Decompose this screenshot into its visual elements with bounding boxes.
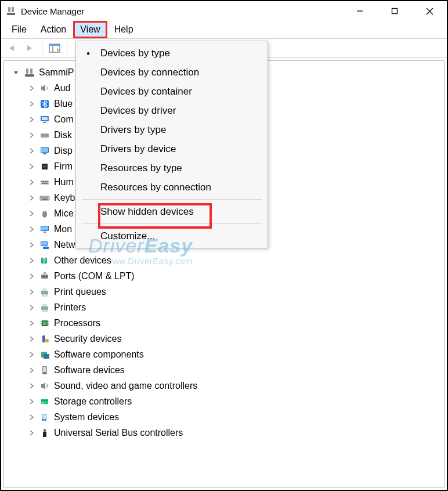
menu-customize[interactable]: Customize... xyxy=(76,226,268,246)
menu-separator xyxy=(82,223,262,224)
chevron-right-icon[interactable] xyxy=(27,258,35,263)
chevron-right-icon[interactable] xyxy=(27,305,35,311)
tree-node-label: Netw xyxy=(54,240,75,250)
tree-node[interactable]: ?Other devices xyxy=(6,252,442,268)
tree-node[interactable]: Sound, video and game controllers xyxy=(6,378,442,393)
tree-node-label: Ports (COM & LPT) xyxy=(54,271,135,281)
menu-item[interactable]: Drivers by type xyxy=(76,120,268,139)
svg-rect-12 xyxy=(30,68,32,74)
svg-rect-57 xyxy=(42,304,47,306)
tree-node-label: Disk xyxy=(54,130,72,140)
device-category-icon xyxy=(39,364,50,376)
device-category-icon xyxy=(39,114,50,125)
chevron-right-icon[interactable] xyxy=(27,117,35,122)
svg-rect-73 xyxy=(43,367,46,372)
chevron-down-icon[interactable] xyxy=(12,70,20,75)
tree-node[interactable]: Security devices xyxy=(6,331,442,346)
menu-show-hidden-devices[interactable]: Show hidden devices xyxy=(76,202,268,221)
chevron-right-icon[interactable] xyxy=(27,179,35,185)
show-hide-tree-button[interactable] xyxy=(47,41,62,56)
close-button[interactable] xyxy=(412,1,447,21)
svg-rect-11 xyxy=(26,68,28,74)
chevron-right-icon[interactable] xyxy=(27,383,35,389)
tree-node-label: Aud xyxy=(54,83,70,93)
menu-file[interactable]: File xyxy=(5,21,34,38)
tree-node[interactable]: Software components xyxy=(6,346,442,362)
tree-node-label: Processors xyxy=(54,318,100,328)
chevron-right-icon[interactable] xyxy=(27,273,35,279)
chevron-right-icon[interactable] xyxy=(27,399,35,405)
menu-item[interactable]: Drivers by device xyxy=(76,139,268,158)
tree-node[interactable]: Printers xyxy=(6,299,442,315)
svg-rect-44 xyxy=(41,242,47,246)
menu-help[interactable]: Help xyxy=(107,21,140,38)
chevron-right-icon[interactable] xyxy=(27,352,35,358)
chevron-right-icon[interactable] xyxy=(27,242,35,248)
device-category-icon xyxy=(39,270,50,282)
chevron-right-icon[interactable] xyxy=(27,132,35,138)
tree-node-label: Sound, video and game controllers xyxy=(54,381,197,391)
svg-rect-60 xyxy=(43,322,46,325)
svg-rect-41 xyxy=(41,226,48,230)
tree-node[interactable]: Ports (COM & LPT) xyxy=(6,268,442,284)
svg-rect-22 xyxy=(43,153,46,154)
chevron-right-icon[interactable] xyxy=(27,226,35,232)
tree-node-label: Software components xyxy=(54,349,144,360)
chevron-right-icon[interactable] xyxy=(27,414,35,420)
minimize-button[interactable] xyxy=(342,1,377,21)
tree-node[interactable]: Storage controllers xyxy=(6,393,442,409)
tree-node[interactable]: Universal Serial Bus controllers xyxy=(6,425,442,441)
tree-node[interactable]: System devices xyxy=(6,409,442,425)
chevron-right-icon[interactable] xyxy=(27,85,35,91)
chevron-right-icon[interactable] xyxy=(27,101,35,107)
menu-item[interactable]: Devices by container xyxy=(76,82,268,101)
window-title: Device Manager xyxy=(21,6,84,16)
tree-node-label: Mice xyxy=(54,208,74,219)
device-category-icon xyxy=(39,98,50,110)
svg-rect-1 xyxy=(8,7,10,12)
device-category-icon xyxy=(39,223,50,235)
chevron-right-icon[interactable] xyxy=(27,148,35,154)
svg-rect-15 xyxy=(42,117,48,120)
svg-rect-71 xyxy=(44,354,49,359)
menu-item[interactable]: Devices by driver xyxy=(76,101,268,120)
chevron-right-icon[interactable] xyxy=(27,164,35,169)
svg-rect-24 xyxy=(43,165,46,168)
app-icon xyxy=(6,6,16,16)
menubar: File Action View Help xyxy=(1,21,447,39)
device-category-icon xyxy=(39,161,50,172)
svg-point-51 xyxy=(46,276,47,277)
menu-view[interactable]: View xyxy=(73,21,107,38)
tree-node-label: Software devices xyxy=(54,365,125,376)
tree-node-label: Keyb xyxy=(54,193,75,203)
menu-item[interactable]: Resources by type xyxy=(76,158,268,178)
chevron-right-icon[interactable] xyxy=(27,367,35,373)
chevron-right-icon[interactable] xyxy=(27,289,35,295)
chevron-right-icon[interactable] xyxy=(27,336,35,342)
chevron-right-icon[interactable] xyxy=(27,211,35,216)
menu-item-label: Drivers by type xyxy=(100,124,268,136)
menu-item[interactable]: Devices by connection xyxy=(76,63,268,82)
menu-item-label: Drivers by device xyxy=(100,143,268,155)
menu-item[interactable]: Resources by connection xyxy=(76,178,268,197)
menu-action[interactable]: Action xyxy=(34,21,73,38)
svg-rect-37 xyxy=(42,198,48,200)
svg-rect-34 xyxy=(44,197,45,198)
chevron-right-icon[interactable] xyxy=(27,320,35,326)
tree-node[interactable]: Processors xyxy=(6,315,442,331)
tree-root-label: SammiP xyxy=(39,67,74,78)
chevron-right-icon[interactable] xyxy=(27,195,35,201)
maximize-button[interactable] xyxy=(377,1,412,21)
tree-node-label: Storage controllers xyxy=(54,396,132,407)
tree-node[interactable]: Print queues xyxy=(6,284,442,299)
menu-item[interactable]: ●Devices by type xyxy=(76,44,268,63)
svg-line-5 xyxy=(427,8,433,15)
chevron-right-icon[interactable] xyxy=(27,430,35,436)
tree-node[interactable]: Software devices xyxy=(6,362,442,378)
nav-forward-button[interactable] xyxy=(22,41,37,56)
nav-back-button[interactable] xyxy=(5,41,20,56)
menu-item-label: Resources by type xyxy=(100,163,268,174)
svg-rect-16 xyxy=(43,122,46,123)
menu-item-label: Devices by connection xyxy=(100,67,268,78)
device-category-icon xyxy=(39,349,50,360)
